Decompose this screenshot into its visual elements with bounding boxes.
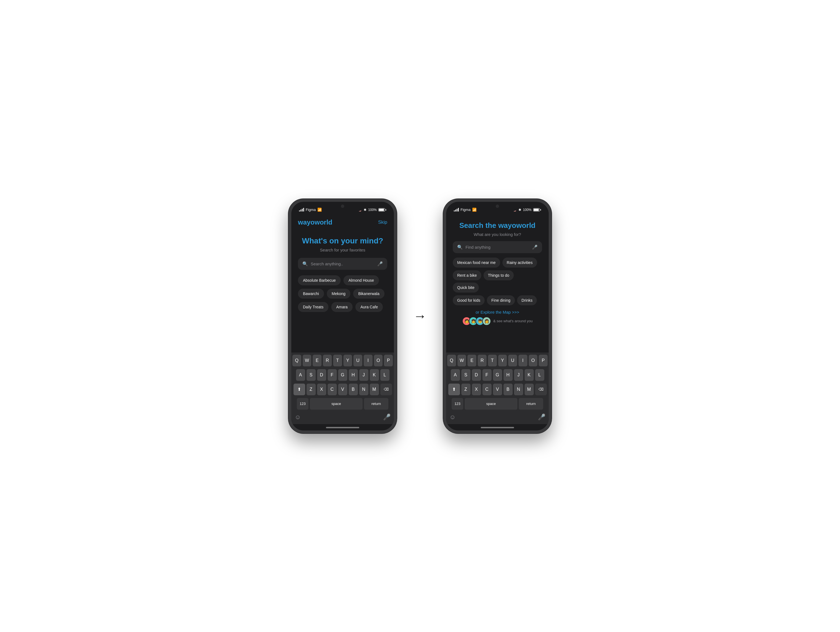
key-z-1[interactable]: Z (306, 383, 316, 395)
key-n-1[interactable]: N (359, 383, 368, 395)
key-b-2[interactable]: B (504, 383, 513, 395)
key-i-1[interactable]: I (364, 355, 373, 366)
battery-icon-2 (533, 208, 541, 212)
s2-chip-things-to-do[interactable]: Things to do (483, 270, 514, 280)
chip-daily-treats[interactable]: Daily Treats (298, 302, 328, 312)
key-r-2[interactable]: R (478, 355, 486, 366)
explore-link[interactable]: Explore the Map >>> (480, 310, 519, 314)
key-c-1[interactable]: C (328, 383, 337, 395)
s2-chip-rainy[interactable]: Rainy activities (502, 258, 537, 268)
s2-mic-icon[interactable]: 🎤 (532, 244, 538, 250)
key-b-1[interactable]: B (349, 383, 358, 395)
s2-chips: Mexican food near me Rainy activities Re… (453, 258, 542, 305)
explore-section: or Explore the Map >>> 🧑 👧 👦 👩 & see wha… (453, 310, 542, 326)
key-k-1[interactable]: K (370, 369, 379, 381)
screen1-main: What's on your mind? Search for your fav… (291, 231, 394, 353)
s2-chip-good-for-kids[interactable]: Good for kids (453, 295, 485, 305)
key-space-2[interactable]: space (465, 398, 517, 410)
phone-side-button-right-2 (551, 249, 551, 271)
key-w-1[interactable]: W (303, 355, 311, 366)
key-i-2[interactable]: I (518, 355, 527, 366)
key-return-1[interactable]: return (364, 398, 388, 410)
key-d-1[interactable]: D (317, 369, 326, 381)
s2-search-bar[interactable]: 🔍 Find anything 🎤 (453, 241, 542, 253)
key-e-1[interactable]: E (313, 355, 322, 366)
key-q-1[interactable]: Q (292, 355, 301, 366)
key-t-1[interactable]: T (333, 355, 342, 366)
key-s-1[interactable]: S (306, 369, 316, 381)
key-return-2[interactable]: return (519, 398, 543, 410)
key-h-1[interactable]: H (349, 369, 358, 381)
key-t-2[interactable]: T (488, 355, 497, 366)
key-delete-1[interactable]: ⌫ (381, 383, 392, 395)
key-shift-1[interactable]: ⬆ (294, 383, 305, 395)
key-y-1[interactable]: Y (343, 355, 352, 366)
s2-chip-fine-dining[interactable]: Fine dining (487, 295, 515, 305)
key-a-2[interactable]: A (451, 369, 460, 381)
search-bar-1[interactable]: 🔍 Search anything.. 🎤 (298, 258, 387, 270)
key-r-1[interactable]: R (323, 355, 332, 366)
key-m-1[interactable]: M (370, 383, 379, 395)
key-delete-2[interactable]: ⌫ (535, 383, 547, 395)
key-shift-2[interactable]: ⬆ (448, 383, 460, 395)
key-space-1[interactable]: space (310, 398, 363, 410)
key-a-1[interactable]: A (296, 369, 305, 381)
alarm-icon: ⏰ (358, 208, 362, 212)
key-o-2[interactable]: O (529, 355, 538, 366)
chip-aura-cafe[interactable]: Aura Cafe (355, 302, 383, 312)
key-z-2[interactable]: Z (461, 383, 471, 395)
key-v-1[interactable]: V (338, 383, 347, 395)
key-l-1[interactable]: L (381, 369, 390, 381)
key-g-1[interactable]: G (338, 369, 347, 381)
screen-2-content: Search the wayoworld What are you lookin… (446, 215, 549, 431)
key-k-2[interactable]: K (524, 369, 534, 381)
key-f-1[interactable]: F (328, 369, 337, 381)
mic-key-2[interactable]: 🎤 (538, 413, 545, 421)
key-w-2[interactable]: W (458, 355, 466, 366)
skip-button[interactable]: Skip (378, 220, 387, 225)
key-f-2[interactable]: F (482, 369, 491, 381)
mic-key-1[interactable]: 🎤 (383, 413, 391, 421)
key-x-1[interactable]: X (317, 383, 326, 395)
key-d-2[interactable]: D (472, 369, 481, 381)
key-123-1[interactable]: 123 (297, 398, 308, 410)
chip-bikanerwala[interactable]: Bikanerwala (353, 289, 384, 299)
key-y-2[interactable]: Y (498, 355, 507, 366)
key-m-2[interactable]: M (524, 383, 534, 395)
key-p-2[interactable]: P (539, 355, 548, 366)
key-n-2[interactable]: N (514, 383, 523, 395)
explore-prefix: or (475, 310, 480, 314)
key-p-1[interactable]: P (384, 355, 393, 366)
key-123-2[interactable]: 123 (452, 398, 463, 410)
key-q-2[interactable]: Q (447, 355, 456, 366)
key-e-2[interactable]: E (467, 355, 476, 366)
key-g-2[interactable]: G (493, 369, 502, 381)
s2-chip-drinks[interactable]: Drinks (517, 295, 537, 305)
key-v-2[interactable]: V (493, 383, 502, 395)
battery-percent-2: 100% (523, 208, 532, 212)
key-j-2[interactable]: J (514, 369, 523, 381)
key-h-2[interactable]: H (504, 369, 513, 381)
key-u-2[interactable]: U (508, 355, 517, 366)
key-j-1[interactable]: J (359, 369, 368, 381)
s2-chip-mexican[interactable]: Mexican food near me (453, 258, 500, 268)
key-o-1[interactable]: O (374, 355, 383, 366)
mic-icon-1[interactable]: 🎤 (377, 261, 383, 266)
emoji-key-2[interactable]: ☺ (449, 413, 456, 421)
chip-almond-house[interactable]: Almond House (343, 276, 379, 285)
key-l-2[interactable]: L (535, 369, 544, 381)
s2-search-input[interactable]: Find anything (466, 245, 529, 250)
chip-mekong[interactable]: Mekong (327, 289, 351, 299)
chip-amara[interactable]: Amara (331, 302, 352, 312)
emoji-key-1[interactable]: ☺ (295, 413, 301, 421)
key-u-1[interactable]: U (354, 355, 362, 366)
search-input-1[interactable]: Search anything.. (311, 261, 374, 266)
chip-absolute-barbecue[interactable]: Absolute Barbecue (298, 276, 341, 285)
key-c-2[interactable]: C (482, 383, 491, 395)
key-s-2[interactable]: S (461, 369, 471, 381)
s2-chip-rent-bike[interactable]: Rent a bike (453, 270, 481, 280)
headline-1: What's on your mind? (298, 236, 387, 246)
chip-bawarchi[interactable]: Bawarchi (298, 289, 324, 299)
s2-chip-quick-bite[interactable]: Quick bite (453, 282, 479, 293)
key-x-2[interactable]: X (472, 383, 481, 395)
